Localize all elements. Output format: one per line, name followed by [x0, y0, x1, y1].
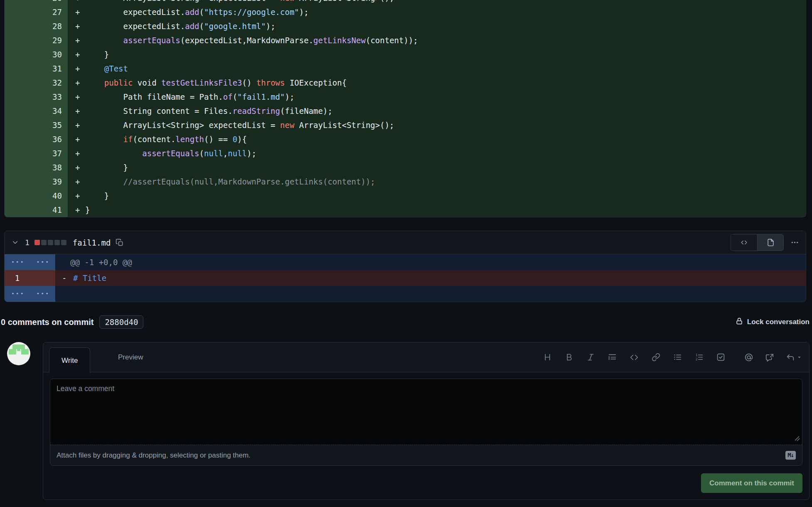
tab-preview[interactable]: Preview: [108, 342, 153, 372]
line-number: 27: [34, 5, 68, 19]
saved-replies-button[interactable]: [786, 353, 802, 362]
line-number-gutter[interactable]: 38: [5, 160, 68, 175]
changed-lines-count: 1: [25, 238, 30, 247]
expand-diff-button[interactable]: •••: [11, 254, 25, 270]
line-number-gutter[interactable]: 27: [5, 5, 68, 19]
code-icon[interactable]: [630, 353, 639, 362]
line-number-gutter[interactable]: 26: [5, 0, 68, 5]
reply-icon: [786, 353, 795, 362]
expand-row: ••••••: [5, 286, 806, 302]
bold-icon[interactable]: [565, 353, 573, 362]
diff-added-line: 40+ }: [5, 189, 806, 203]
line-number-gutter[interactable]: 41: [5, 203, 68, 217]
expand-diff-button[interactable]: •••: [36, 286, 49, 302]
diff-deleted-line: 1-# Title: [5, 270, 806, 286]
diff-added-line: 37+ assertEquals(null,null);: [5, 146, 806, 160]
diff-marker: +: [75, 0, 85, 5]
line-number-gutter[interactable]: 37: [5, 146, 68, 160]
diff-marker: -: [62, 270, 73, 286]
line-number: 30: [34, 47, 68, 62]
line-number-gutter[interactable]: 1: [5, 270, 55, 286]
tab-write[interactable]: Write: [49, 347, 90, 373]
diff-added-line: 30+ }: [5, 47, 806, 62]
code-line-content: + assertEquals(null,null);: [68, 146, 806, 160]
comment-input[interactable]: [50, 379, 802, 445]
file-name[interactable]: fail1.md: [73, 238, 111, 247]
mention-icon[interactable]: [744, 353, 753, 362]
composer-tab-header: Write Preview 12: [43, 342, 809, 372]
rich-view-button[interactable]: [757, 234, 783, 251]
line-number-gutter[interactable]: 30: [5, 47, 68, 62]
cross-reference-icon[interactable]: [765, 353, 774, 362]
hunk-header-row: ••••••@@ -1 +0,0 @@: [5, 254, 806, 270]
tasklist-icon[interactable]: [716, 353, 725, 362]
diff-java-file: 26+ ArrayList<String> expectedList = new…: [4, 0, 806, 217]
line-number: 29: [34, 33, 68, 47]
comment-on-commit-button[interactable]: Comment on this commit: [701, 473, 802, 493]
attach-files-bar[interactable]: Attach files by dragging & dropping, sel…: [50, 445, 802, 465]
code-line-content: + expectedList.add("https://google.com")…: [68, 5, 806, 19]
kebab-menu-icon[interactable]: [790, 238, 799, 247]
avatar[interactable]: [7, 342, 30, 365]
line-number-gutter[interactable]: 32: [5, 76, 68, 90]
line-number: 26: [34, 0, 68, 5]
lock-conversation-label: Lock conversation: [747, 318, 810, 326]
lock-conversation-button[interactable]: Lock conversation: [735, 317, 810, 327]
diff-added-line: 28+ expectedList.add("google.html");: [5, 19, 806, 33]
ordered-list-icon[interactable]: 12: [695, 353, 704, 362]
line-number-gutter[interactable]: 36: [5, 132, 68, 146]
diff-view-toggle: [731, 234, 784, 251]
commit-sha-chip[interactable]: 2880d40: [99, 315, 143, 329]
code-line-content: + String content = Files.readString(file…: [68, 104, 806, 118]
diff-marker: +: [75, 90, 85, 104]
expand-gutter[interactable]: ••••••: [5, 286, 55, 302]
diff-marker: +: [75, 160, 85, 175]
line-number-gutter[interactable]: 39: [5, 175, 68, 189]
diff-marker: +: [75, 175, 85, 189]
line-number-gutter[interactable]: 40: [5, 189, 68, 203]
code-line-content: + expectedList.add("google.html");: [68, 19, 806, 33]
line-number: 40: [34, 189, 68, 203]
diffstat-neutral-square: [54, 240, 60, 245]
line-number: 31: [34, 62, 68, 76]
line-number-gutter[interactable]: 31: [5, 62, 68, 76]
line-number-gutter[interactable]: 34: [5, 104, 68, 118]
line-number-gutter[interactable]: 35: [5, 118, 68, 132]
line-number-gutter[interactable]: 28: [5, 19, 68, 33]
quote-icon[interactable]: [608, 353, 617, 362]
file-diff-card-fail1md: 1 fail1.md ••••••@@ -1 +0,0 @@1-# Title•…: [4, 231, 806, 302]
line-number-gutter[interactable]: 29: [5, 33, 68, 47]
expand-diff-button[interactable]: •••: [11, 286, 25, 302]
expand-gutter[interactable]: ••••••: [5, 254, 55, 270]
unordered-list-icon[interactable]: [673, 353, 682, 362]
line-number: 32: [34, 76, 68, 90]
copy-icon[interactable]: [116, 239, 124, 247]
clipped-diff-line: 26+ ArrayList<String> expectedList = new…: [5, 0, 806, 5]
diff-marker: +: [75, 62, 85, 76]
code-line-content: + }: [68, 160, 806, 175]
code-line-content: + ArrayList<String> expectedList = new A…: [68, 0, 806, 5]
italic-icon[interactable]: [586, 353, 595, 362]
code-line-content: + ArrayList<String> expectedList = new A…: [68, 118, 806, 132]
heading-icon[interactable]: [543, 353, 552, 362]
link-icon[interactable]: [652, 353, 660, 362]
diff-marker: +: [75, 189, 85, 203]
code-line-content: + assertEquals(expectedList,MarkdownPars…: [68, 33, 806, 47]
caret-down-icon: [797, 355, 802, 359]
diff-marker: +: [75, 33, 85, 47]
line-number: 1: [5, 270, 30, 286]
new-comment-section: Write Preview 12 Attach files by draggin…: [0, 342, 810, 500]
comments-count-heading: 0 comments on commit: [1, 317, 94, 327]
diff-marker: +: [75, 5, 85, 19]
chevron-down-icon[interactable]: [11, 239, 19, 246]
line-number-gutter[interactable]: 33: [5, 90, 68, 104]
markdown-toolbar: 12: [543, 342, 802, 372]
code-line-content: + }: [68, 47, 806, 62]
svg-text:2: 2: [696, 357, 698, 361]
source-view-button[interactable]: [731, 234, 757, 251]
diff-marker: +: [75, 47, 85, 62]
expand-diff-button[interactable]: •••: [36, 254, 49, 270]
diff-added-line: 39+ //assertEquals(null,MarkdownParse.ge…: [5, 175, 806, 189]
code-line-content: +}: [68, 203, 806, 217]
code-line-content: + @Test: [68, 62, 806, 76]
